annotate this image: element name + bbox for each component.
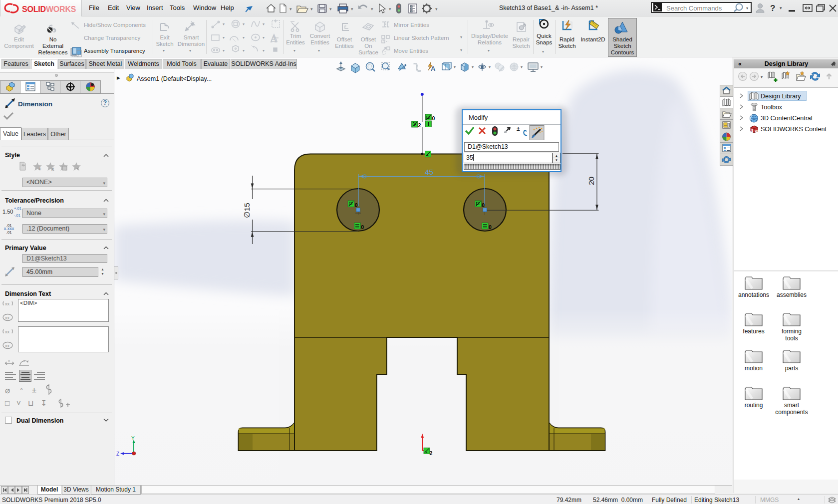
svg-text:∅15: ∅15 — [243, 203, 251, 218]
svg-text:0: 0 — [355, 202, 358, 208]
svg-text:▾: ▾ — [223, 22, 225, 26]
svg-text:routing: routing — [745, 402, 763, 409]
svg-text:xx: xx — [5, 329, 10, 334]
svg-text:±: ± — [517, 125, 520, 132]
svg-text:0: 0 — [432, 115, 435, 121]
svg-text:0: 0 — [489, 224, 492, 230]
svg-text:xx: xx — [5, 301, 10, 306]
svg-text:smart: smart — [784, 402, 800, 409]
svg-text:▾: ▾ — [310, 6, 313, 11]
svg-text:▾: ▾ — [263, 35, 265, 40]
svg-text:xx: xx — [5, 343, 10, 348]
svg-text:▾: ▾ — [243, 35, 245, 40]
svg-text:▾: ▾ — [263, 22, 265, 26]
svg-text:components: components — [775, 409, 808, 416]
svg-text:20: 20 — [587, 176, 595, 185]
svg-text:x: x — [23, 359, 25, 363]
svg-text:▾: ▾ — [389, 6, 391, 11]
svg-text:▾: ▾ — [435, 6, 438, 11]
svg-text:motion: motion — [745, 365, 763, 372]
svg-text:x: x — [8, 359, 10, 363]
svg-text:?: ? — [770, 3, 775, 13]
svg-text:▾: ▾ — [243, 22, 245, 26]
svg-text:x: x — [51, 166, 54, 172]
svg-text:▾: ▾ — [780, 5, 782, 10]
svg-text:▾: ▾ — [351, 6, 353, 11]
svg-text:▾: ▾ — [243, 48, 245, 53]
svg-text:parts: parts — [785, 365, 799, 372]
svg-text:W: W — [755, 129, 758, 133]
svg-text:▾: ▾ — [289, 6, 292, 11]
svg-text:annotations: annotations — [738, 291, 769, 298]
svg-text:45: 45 — [425, 168, 433, 176]
svg-text:0: 0 — [482, 202, 485, 208]
svg-text:▾: ▾ — [329, 6, 332, 11]
svg-text:SOLIDWORKS: SOLIDWORKS — [22, 5, 76, 13]
svg-text:A: A — [270, 33, 278, 44]
svg-text:▾: ▾ — [761, 75, 763, 79]
svg-text:▾: ▾ — [489, 65, 491, 69]
svg-text:▾: ▾ — [371, 6, 373, 11]
svg-text:▾: ▾ — [454, 65, 456, 69]
svg-text:▾: ▾ — [263, 48, 265, 53]
svg-text:2: 2 — [430, 450, 433, 456]
svg-text:▾: ▾ — [472, 65, 474, 69]
svg-text:Z: Z — [116, 451, 119, 457]
svg-text:▾: ▾ — [223, 35, 225, 40]
svg-text:forming: forming — [782, 328, 802, 335]
svg-text:▾: ▾ — [541, 65, 543, 69]
svg-text:▾: ▾ — [521, 65, 523, 69]
svg-text:S: S — [751, 129, 754, 132]
svg-text:A: A — [431, 65, 436, 72]
svg-text:0: 0 — [361, 224, 364, 230]
svg-text:xx: xx — [5, 315, 10, 320]
svg-text:▾: ▾ — [223, 48, 225, 53]
svg-text:tools: tools — [785, 335, 798, 342]
svg-text:2: 2 — [418, 122, 421, 128]
svg-text:features: features — [743, 328, 764, 335]
svg-text:+: + — [38, 166, 41, 172]
svg-text:assemblies: assemblies — [777, 291, 807, 298]
svg-text:Y: Y — [131, 436, 135, 441]
